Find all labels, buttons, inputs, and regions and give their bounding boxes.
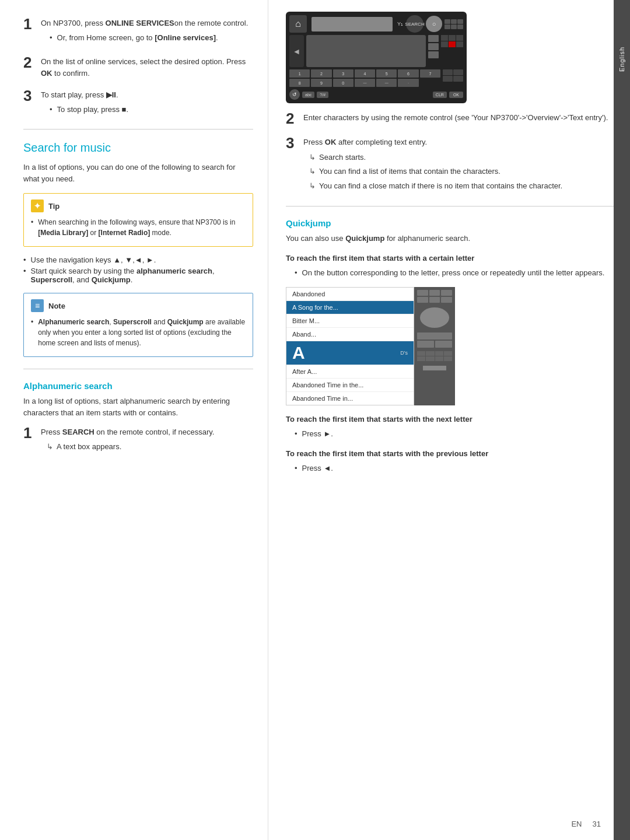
rg3 [456,35,463,41]
btn-7: 7 [420,69,440,78]
btn-clr: CLR [433,92,447,98]
list-row-8: Abandoned Time in... [286,392,414,405]
alphanumeric-section: Alphanumeric search In a long list of op… [23,381,253,455]
language-tab-label: English [618,47,625,72]
reach-certain-letter-content: On the button corresponding to the lette… [295,267,615,279]
remote-rb3 [428,51,439,58]
note-header: ≡ Note [31,299,246,312]
right-step-2-text: Enter characters by using the remote con… [303,113,608,122]
step-1-text: On NP3700, press ONLINE SERVICESon the r… [41,19,248,27]
step-3-content: To start play, press ▶II. To stop play, … [41,89,253,117]
sb1 [443,69,453,75]
right-arrow-3-text: You can find a close match if there is n… [319,180,562,192]
remote-right-btns [444,19,463,29]
lrim1 [417,332,452,340]
btn-dot: · [398,79,418,87]
lri-circle [420,307,449,328]
rg1 [441,35,448,41]
remote-nav-symbol: ○ [432,20,436,27]
reach-prev-letter-title: To reach the first item that starts with… [286,449,615,459]
quick-search-text: Start quick search by using the alphanum… [31,267,253,284]
prev-letter-bullet: Press ◄. [295,463,615,474]
language-tab: English [614,0,630,840]
list-row-7: Abandoned Time in the... [286,379,414,392]
lrb4 [444,351,452,356]
step-1-number: 1 [23,16,41,32]
lri2 [429,290,440,296]
note-bullet-text: Alphanumeric search, Superscroll and Qui… [38,317,246,348]
reach-next-letter-title: To reach the first item that starts with… [286,414,615,425]
sb3 [443,76,453,82]
remote-numpad-area: 1 2 3 4 5 6 7 8 9 0 — — · [289,69,463,87]
search-music-section: Search for music In a list of options, y… [23,141,253,357]
lrim2 [417,341,434,348]
quickjump-intro: You can also use Quickjump for alphanume… [286,233,615,244]
prev-letter-text: Press ◄. [302,463,333,474]
remote-signal: Y₁ [397,21,403,27]
step-3-text: To start play, press ▶II. [41,90,118,99]
rg2 [449,35,456,41]
step-2-text: On the list of online services, select t… [41,57,246,78]
alpha-step-1: 1 Press SEARCH on the remote control, if… [23,426,253,455]
reach-prev-letter-content: Press ◄. [295,463,615,474]
sb2 [453,69,463,75]
right-step-2: 2 Enter characters by using the remote c… [286,112,615,126]
step-1-content: On NP3700, press ONLINE SERVICESon the r… [41,18,253,46]
reach-certain-letter: To reach the first item that starts with… [286,253,615,279]
step-3: 3 To start play, press ▶II. To stop play… [23,89,253,117]
step-3-bullet-text: To stop play, press ■. [57,104,129,116]
reach-prev-letter: To reach the first item that starts with… [286,449,615,474]
divider-1 [23,129,253,130]
rg6 [456,41,463,47]
lrb5 [417,356,425,361]
list-row-2: A Song for the... [286,301,414,314]
footer-lang: EN [571,820,582,828]
remote-left-arrow: ◄ [289,35,304,67]
note-content: Alphanumeric search, Superscroll and Qui… [31,317,246,348]
note-label: Note [48,302,65,310]
list-remote-grid-bot [417,351,452,361]
alphanumeric-title: Alphanumeric search [23,381,253,391]
btn-9: 9 [311,79,331,87]
tip-label: Tip [48,202,60,211]
nav-keys-text: Use the navigation keys ▲, ▼,◄, ►. [31,256,156,264]
alpha-step-1-content: Press SEARCH on the remote control, if n… [41,426,253,455]
nav-keys-bullet: Use the navigation keys ▲, ▼,◄, ►. [23,256,253,264]
alpha-step-1-arrow-text: A text box appears. [57,441,121,453]
btn-ok: OK [449,92,463,98]
lri1 [417,290,428,296]
next-letter-bullet: Press ►. [295,428,615,440]
remote-search-btn: SEARCH [406,15,424,33]
btn-3: 3 [333,69,354,78]
lrb3 [435,351,443,356]
page-footer: EN 31 [571,820,601,828]
remote-nav-circle: ○ [426,16,442,32]
lri3 [441,290,452,296]
step-3-number: 3 [23,88,41,103]
step-2: 2 On the list of online services, select… [23,56,253,79]
lrb8 [444,356,452,361]
remote-rb2 [428,43,439,50]
remote-home: ⌂ [289,15,307,33]
quickjump-section: Quickjump You can also use Quickjump for… [286,218,615,474]
alpha-step-1-arrow: A text box appears. [47,441,253,453]
step-1-bullet-text: Or, from Home screen, go to [Online serv… [57,32,218,44]
lri-bottom-bar [423,366,446,370]
btn-6: 6 [398,69,418,78]
right-arrow-2-text: You can find a list of items that contai… [319,166,501,177]
tip-header: ✦ Tip [31,200,246,212]
search-music-title: Search for music [23,141,253,155]
right-step-2-content: Enter characters by using the remote con… [303,112,615,124]
footer-page: 31 [593,820,601,828]
lrb2 [426,351,434,356]
right-step-3-content: Press OK after completing text entry. Se… [303,136,615,194]
right-step-3-num: 3 [286,135,303,150]
right-step-3: 3 Press OK after completing text entry. … [286,136,615,194]
lrb6 [426,356,434,361]
list-row-5-extra: D's [400,350,408,356]
next-letter-text: Press ►. [302,428,333,440]
list-row-4: Aband... [286,328,414,341]
btn-abc: abc [302,92,314,98]
lrim3 [435,341,452,348]
reach-next-letter-content: Press ►. [295,428,615,440]
